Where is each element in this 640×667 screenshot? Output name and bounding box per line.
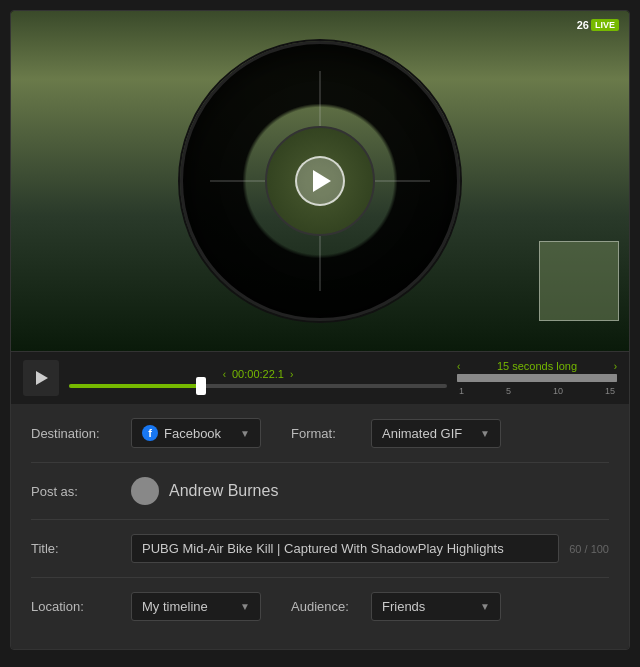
control-play-icon [36, 371, 48, 385]
audience-value: Friends [382, 599, 425, 614]
location-select[interactable]: My timeline ▼ [131, 592, 261, 621]
audience-select[interactable]: Friends ▼ [371, 592, 501, 621]
form-area: Destination: f Facebook ▼ Format: Animat… [11, 404, 629, 649]
title-input[interactable] [131, 534, 559, 563]
scrubber-thumb[interactable] [196, 377, 206, 395]
gif-chevron-right: › [614, 361, 617, 372]
title-label: Title: [31, 541, 121, 556]
post-as-name: Andrew Burnes [169, 482, 278, 500]
video-controls: ‹ 00:00:22.1 › ‹ 15 seconds long › 1 5 1… [11, 351, 629, 404]
time-chevron-left: ‹ [223, 369, 226, 380]
divider-3 [31, 577, 609, 578]
location-label: Location: [31, 599, 121, 614]
post-as-row: Post as: Andrew Burnes [31, 477, 609, 505]
live-badge: LIVE [591, 19, 619, 31]
audience-arrow: ▼ [480, 601, 490, 612]
gif-ruler-bar[interactable] [457, 374, 617, 382]
destination-select[interactable]: f Facebook ▼ [131, 418, 261, 448]
gif-ruler-ticks: 1 5 10 15 [457, 386, 617, 396]
video-play-overlay[interactable] [295, 156, 345, 206]
char-count: 60 / 100 [569, 543, 609, 555]
main-container: 26 LIVE ‹ 00:00:22.1 › ‹ 15 seconds [10, 10, 630, 650]
control-play-button[interactable] [23, 360, 59, 396]
gif-chevron-left: ‹ [457, 361, 460, 372]
play-icon [313, 170, 331, 192]
gif-header: ‹ 15 seconds long › [457, 360, 617, 372]
title-row: Title: 60 / 100 [31, 534, 609, 563]
format-select[interactable]: Animated GIF ▼ [371, 419, 501, 448]
destination-value: Facebook [164, 426, 221, 441]
tick-10: 10 [553, 386, 563, 396]
audience-label: Audience: [291, 599, 361, 614]
tick-1: 1 [459, 386, 464, 396]
format-value: Animated GIF [382, 426, 462, 441]
post-as-label: Post as: [31, 484, 121, 499]
divider-1 [31, 462, 609, 463]
time-chevron-right: › [290, 369, 293, 380]
hud-level: 26 LIVE [577, 19, 619, 31]
format-label: Format: [291, 426, 361, 441]
tick-15: 15 [605, 386, 615, 396]
facebook-icon: f [142, 425, 158, 441]
format-arrow: ▼ [480, 428, 490, 439]
divider-2 [31, 519, 609, 520]
location-arrow: ▼ [240, 601, 250, 612]
scrubber-progress [69, 384, 201, 388]
video-area: 26 LIVE [11, 11, 629, 351]
gif-duration: 15 seconds long [497, 360, 577, 372]
video-background: 26 LIVE [11, 11, 629, 351]
destination-row: Destination: f Facebook ▼ Format: Animat… [31, 418, 609, 448]
timeline-section: ‹ 00:00:22.1 › [69, 368, 447, 388]
level-number: 26 [577, 19, 589, 31]
destination-arrow: ▼ [240, 428, 250, 439]
avatar [131, 477, 159, 505]
location-row: Location: My timeline ▼ Audience: Friend… [31, 592, 609, 621]
tick-5: 5 [506, 386, 511, 396]
minimap [539, 241, 619, 321]
gif-section: ‹ 15 seconds long › 1 5 10 15 [457, 360, 617, 396]
main-scrubber[interactable] [69, 384, 447, 388]
timecode: 00:00:22.1 [232, 368, 284, 380]
time-display: ‹ 00:00:22.1 › [69, 368, 447, 380]
destination-label: Destination: [31, 426, 121, 441]
location-value: My timeline [142, 599, 208, 614]
gif-range [457, 374, 617, 382]
